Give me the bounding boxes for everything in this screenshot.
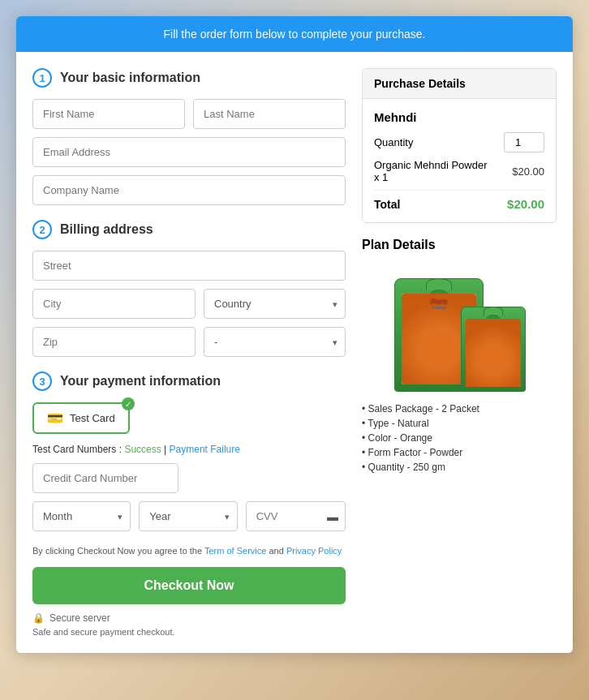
total-price: $20.00 (507, 197, 544, 211)
test-card-label: Test Card Numbers : (32, 444, 122, 455)
cc-row (32, 463, 346, 493)
product-price: $20.00 (512, 165, 544, 178)
product-qty: x 1 (374, 171, 487, 183)
privacy-link[interactable]: Privacy Policy (286, 546, 342, 556)
product-price-row: Organic Mehndi Powder x 1 $20.00 (374, 159, 544, 183)
year-select[interactable]: Year 2024 2025 2026 2027 2028 (139, 501, 237, 531)
left-panel: 1 Your basic information (32, 68, 362, 637)
city-input[interactable] (32, 289, 196, 319)
cc-number-input[interactable] (32, 463, 178, 493)
step2-circle: 2 (32, 220, 52, 239)
step3-circle: 3 (32, 371, 52, 391)
first-name-input[interactable] (32, 99, 185, 129)
month-select[interactable]: Month January February March April May J… (32, 501, 131, 531)
product-image-area: Puro Henna (362, 262, 557, 392)
expiry-cvv-row: Month January February March April May J… (32, 501, 346, 531)
bullet-type: Type - Natural (362, 416, 557, 431)
quantity-row: Quantity (374, 132, 544, 152)
email-input[interactable] (32, 137, 346, 167)
lock-icon: 🔒 (32, 612, 45, 624)
right-panel: Purchase Details Mehndi Quantity Organic… (362, 68, 557, 637)
step1-section: 1 Your basic information (32, 68, 346, 205)
plan-details: Plan Details Puro Henna (362, 238, 557, 475)
purchase-details-box: Purchase Details Mehndi Quantity Organic… (362, 68, 557, 223)
cvv-wrapper: ▬ (246, 501, 346, 531)
cvv-card-icon: ▬ (320, 510, 345, 523)
small-package-inner (466, 319, 521, 387)
company-input[interactable] (32, 175, 346, 205)
product-name: Mehndi (374, 110, 544, 124)
step1-circle: 1 (32, 68, 52, 88)
step2-title: 2 Billing address (32, 220, 346, 239)
total-label: Total (374, 198, 400, 211)
street-input[interactable] (32, 251, 346, 281)
content-area: 1 Your basic information (16, 52, 573, 653)
email-row (32, 137, 346, 167)
small-package (461, 307, 526, 392)
secure-server: 🔒 Secure server (32, 612, 346, 624)
bullet-form-factor: Form Factor - Powder (362, 445, 557, 460)
purchase-body: Mehndi Quantity Organic Mehndi Powder x … (363, 99, 556, 222)
country-select[interactable]: Country United States United Kingdom Can… (204, 289, 346, 319)
top-banner: Fill the order form below to complete yo… (16, 16, 573, 52)
test-card-info: Test Card Numbers : Success | Payment Fa… (32, 444, 346, 455)
banner-text: Fill the order form below to complete yo… (164, 28, 426, 41)
step3-title: 3 Your payment information (32, 371, 346, 391)
quantity-input[interactable] (504, 132, 544, 152)
step1-title: 1 Your basic information (32, 68, 346, 88)
zip-state-row: - AL AK CA NY TX ▾ (32, 327, 346, 357)
card-button-label: Test Card (70, 412, 115, 424)
state-select[interactable]: - AL AK CA NY TX (204, 327, 346, 357)
purchase-header: Purchase Details (363, 69, 556, 99)
check-icon: ✓ (122, 397, 135, 410)
main-container: Fill the order form below to complete yo… (16, 16, 573, 653)
terms-text: By clicking Checkout Now you agree to th… (32, 546, 346, 556)
quantity-label: Quantity (374, 136, 413, 148)
year-wrapper: Year 2024 2025 2026 2027 2028 ▾ (139, 501, 237, 531)
name-row (32, 99, 346, 129)
bullet-sales-package: Sales Package - 2 Packet (362, 402, 557, 416)
small-henna (466, 319, 521, 387)
cvv-input[interactable] (247, 502, 320, 530)
payment-card-button[interactable]: 💳 Test Card ✓ (32, 402, 130, 434)
safe-text: Safe and secure payment checkout. (32, 627, 346, 637)
company-row (32, 175, 346, 205)
street-row (32, 251, 346, 281)
checkout-button[interactable]: Checkout Now (32, 567, 346, 604)
secure-label: Secure server (49, 612, 110, 624)
bullet-color: Color - Orange (362, 431, 557, 445)
product-image: Puro Henna (378, 262, 540, 392)
bullet-quantity: Quantity - 250 gm (362, 460, 557, 475)
step3-section: 3 Your payment information 💳 Test Card ✓… (32, 371, 346, 531)
state-wrapper: - AL AK CA NY TX ▾ (204, 327, 346, 357)
plan-bullet-list: Sales Package - 2 Packet Type - Natural … (362, 402, 557, 475)
month-wrapper: Month January February March April May J… (32, 501, 131, 531)
total-row: Total $20.00 (374, 190, 544, 211)
terms-link[interactable]: Term of Service (204, 546, 266, 556)
country-wrapper: Country United States United Kingdom Can… (204, 289, 346, 319)
step2-section: 2 Billing address Country United States … (32, 220, 346, 357)
credit-card-icon: 💳 (47, 410, 63, 426)
success-link[interactable]: Success (124, 444, 161, 455)
city-country-row: Country United States United Kingdom Can… (32, 289, 346, 319)
zip-input[interactable] (32, 327, 196, 357)
product-line: Organic Mehndi Powder (374, 159, 487, 171)
plan-details-title: Plan Details (362, 238, 557, 252)
failure-link[interactable]: Payment Failure (170, 444, 240, 455)
last-name-input[interactable] (193, 99, 346, 129)
